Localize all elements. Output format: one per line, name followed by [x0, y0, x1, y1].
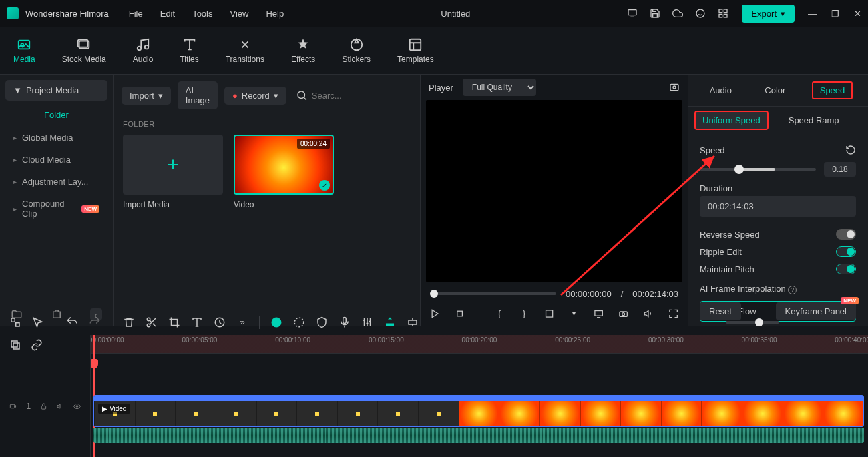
reset-speed-icon[interactable] [845, 145, 856, 155]
menu-help[interactable]: Help [266, 9, 284, 19]
ripple-edit-toggle[interactable] [836, 246, 856, 257]
player-viewport[interactable] [426, 100, 682, 282]
snapshot-icon[interactable] [669, 82, 680, 93]
lock-icon[interactable] [40, 400, 47, 412]
speed-slider[interactable] [700, 168, 816, 171]
volume-icon[interactable] [644, 308, 654, 319]
pointer-tool-icon[interactable] [32, 316, 44, 328]
crop-icon[interactable] [544, 308, 554, 319]
shield-icon[interactable] [316, 316, 328, 328]
close-button[interactable]: ✕ [854, 9, 861, 19]
chevron-down-icon[interactable]: ▾ [569, 308, 579, 319]
split-icon[interactable] [146, 316, 158, 328]
subtab-speed-ramp[interactable]: Speed Ramp [782, 112, 846, 129]
record-dot-icon: ● [232, 91, 238, 101]
marker-icon[interactable] [384, 316, 396, 328]
tab-audio[interactable]: Audio [133, 37, 154, 64]
keyframe-icon[interactable] [407, 316, 419, 328]
mark-in-icon[interactable]: { [494, 308, 504, 319]
timeline-ruler[interactable]: 00:00:00:00 00:00:05:00 00:00:10:00 00:0… [91, 335, 868, 354]
mute-icon[interactable] [57, 400, 64, 412]
maintain-pitch-toggle[interactable] [836, 264, 856, 274]
mark-out-icon[interactable]: } [519, 308, 529, 319]
monitor-icon[interactable] [627, 8, 638, 19]
display-icon[interactable] [594, 308, 604, 319]
camera-icon[interactable] [618, 308, 628, 319]
video-clip-track[interactable]: ▶Video [93, 395, 864, 427]
reverse-speed-toggle[interactable] [836, 229, 856, 240]
tab-effects[interactable]: Effects [291, 37, 315, 64]
menu-view[interactable]: View [230, 9, 248, 19]
minimize-button[interactable]: — [808, 9, 817, 19]
import-media-card[interactable]: + [123, 135, 223, 195]
tab-audio-inspector[interactable]: Audio [703, 83, 738, 98]
menu-tools[interactable]: Tools [192, 9, 212, 19]
fullscreen-icon[interactable] [668, 308, 678, 319]
svg-point-12 [351, 39, 362, 50]
undo-icon[interactable] [66, 316, 78, 328]
duration-label: Duration [700, 183, 856, 193]
ai-badge-icon[interactable] [270, 316, 282, 328]
sidebar-adjustment-layer[interactable]: ▸Adjustment Lay... [5, 171, 107, 193]
speed-value[interactable]: 0.18 [824, 162, 856, 177]
ai-image-button[interactable]: AI Image [178, 81, 218, 109]
apps-icon[interactable] [718, 8, 728, 19]
folder-tab[interactable]: Folder [5, 105, 107, 127]
speed-icon[interactable] [214, 316, 226, 328]
stop-button[interactable] [455, 308, 465, 319]
tab-stickers[interactable]: Stickers [342, 37, 371, 64]
project-media-header[interactable]: ▼ Project Media [5, 80, 107, 101]
menu-file[interactable]: File [129, 9, 143, 19]
import-button[interactable]: Import▾ [122, 87, 171, 105]
text-icon[interactable] [191, 316, 203, 328]
tab-speed-inspector[interactable]: Speed [812, 81, 853, 99]
save-icon[interactable] [650, 8, 660, 19]
sidebar-compound-clip[interactable]: ▸Compound ClipNEW [5, 193, 107, 225]
reverse-speed-label: Reverse Speed [700, 230, 760, 240]
video-track-icon[interactable] [9, 400, 17, 412]
export-button[interactable]: Export▾ [742, 5, 795, 23]
media-icon [17, 37, 31, 52]
tab-color-inspector[interactable]: Color [758, 83, 792, 98]
keyframe-panel-button[interactable]: Keyframe Panel NEW [776, 302, 857, 320]
tab-stock-media[interactable]: Stock Media [62, 37, 106, 64]
cloud-icon[interactable] [672, 8, 683, 19]
svg-rect-31 [343, 317, 347, 323]
scrub-slider[interactable] [430, 292, 556, 295]
quality-select[interactable]: Full Quality [463, 79, 536, 96]
support-icon[interactable] [695, 8, 706, 19]
sidebar-cloud-media[interactable]: ▸Cloud Media [5, 149, 107, 171]
selection-tool-icon[interactable] [9, 316, 21, 328]
mic-icon[interactable] [339, 316, 351, 328]
audio-clip-track[interactable] [93, 428, 864, 443]
tab-templates[interactable]: Templates [397, 37, 434, 64]
help-icon[interactable]: ? [788, 286, 797, 294]
svg-rect-20 [595, 310, 602, 316]
duration-value[interactable]: 00:02:14:03 [700, 196, 856, 217]
more-tools-icon[interactable]: » [236, 316, 248, 328]
reset-button[interactable]: Reset [700, 302, 741, 320]
tab-transitions[interactable]: Transitions [226, 37, 264, 64]
duplicate-track-icon[interactable] [9, 339, 21, 351]
delete-icon[interactable] [123, 316, 135, 328]
visibility-icon[interactable] [73, 400, 81, 412]
subtab-uniform-speed[interactable]: Uniform Speed [694, 111, 769, 130]
video-clip-card[interactable]: 00:00:24 ✓ [234, 135, 334, 195]
search-icon [296, 89, 308, 101]
zoom-slider[interactable] [726, 321, 779, 324]
import-media-label: Import Media [123, 200, 223, 209]
tab-media[interactable]: Media [13, 37, 35, 64]
mixer-icon[interactable] [361, 316, 373, 328]
maximize-button[interactable]: ❐ [831, 9, 839, 19]
color-wheel-icon[interactable] [293, 316, 305, 328]
play-button[interactable] [430, 308, 440, 319]
link-icon[interactable] [31, 339, 43, 351]
menu-edit[interactable]: Edit [160, 9, 175, 19]
tab-titles[interactable]: Titles [180, 37, 198, 64]
record-button[interactable]: ●Record▾ [224, 87, 286, 105]
crop-icon[interactable] [168, 316, 180, 328]
new-bin-icon[interactable] [51, 308, 63, 320]
search-input[interactable] [312, 91, 424, 101]
sidebar-global-media[interactable]: ▸Global Media [5, 127, 107, 149]
redo-icon[interactable] [89, 316, 101, 328]
